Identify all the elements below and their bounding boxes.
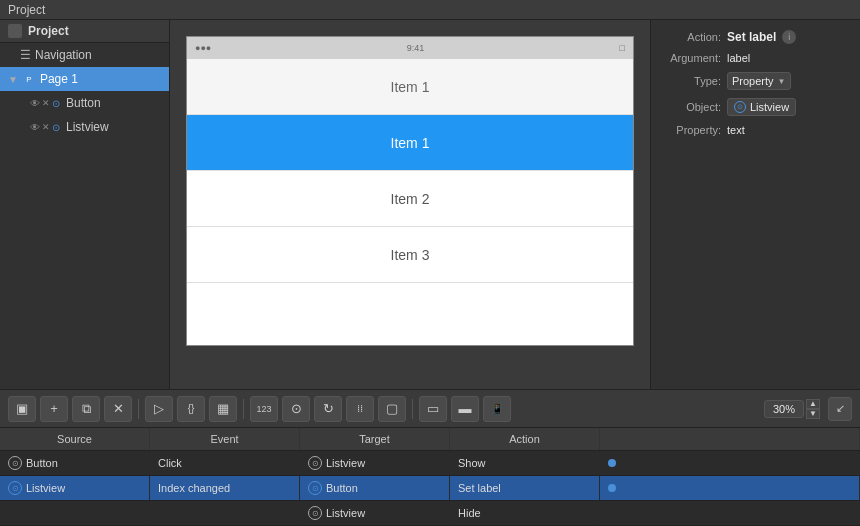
- button-vis-icons: 👁 ✕ ⊙: [30, 98, 60, 109]
- row1-extra: [600, 476, 860, 500]
- frame-tool-btn[interactable]: ▣: [8, 396, 36, 422]
- row2-action: Hide: [450, 501, 600, 525]
- col-source: Source: [0, 428, 150, 450]
- list-item-0[interactable]: Item 1: [187, 59, 633, 115]
- separator2: [243, 399, 244, 419]
- type-select-arrow-icon: ▼: [778, 77, 786, 86]
- timer-tool-btn[interactable]: ⊙: [282, 396, 310, 422]
- delete-tool-btn[interactable]: ✕: [104, 396, 132, 422]
- row0-extra: [600, 451, 860, 475]
- sidebar-item-listview[interactable]: 👁 ✕ ⊙ Listview: [0, 115, 169, 139]
- object-circle-icon: ⊙: [734, 101, 746, 113]
- x-icon[interactable]: ✕: [42, 98, 50, 109]
- code-tool-btn[interactable]: {}: [177, 396, 205, 422]
- action-label: Action:: [661, 31, 721, 43]
- table-row-2[interactable]: ⊙ Listview Hide: [0, 501, 860, 526]
- row0-source-icon: ⊙: [8, 456, 22, 470]
- project-header: Project: [0, 20, 169, 43]
- object-value: Listview: [750, 101, 789, 113]
- list-item-2[interactable]: Item 2: [187, 171, 633, 227]
- x2-icon[interactable]: ✕: [42, 122, 50, 133]
- list-item-1[interactable]: Item 1: [187, 115, 633, 171]
- zoom-arrows: ▲ ▼: [806, 399, 820, 419]
- copy-tool-btn[interactable]: ⧉: [72, 396, 100, 422]
- row2-event: [150, 501, 300, 525]
- properties-panel: Action: Set label i Argument: label Type…: [650, 20, 860, 389]
- row1-source: ⊙ Listview: [0, 476, 150, 500]
- row0-dot: [608, 459, 616, 467]
- page-icon: P: [22, 72, 36, 86]
- pattern-tool-btn[interactable]: ⁞⁞: [346, 396, 374, 422]
- device-time: 9:41: [407, 43, 425, 53]
- listview-label: Listview: [66, 120, 109, 134]
- collapse-btn[interactable]: ↙: [828, 397, 852, 421]
- action-value: Set label: [727, 30, 776, 44]
- button-label: Button: [66, 96, 101, 110]
- object-select[interactable]: ⊙ Listview: [727, 98, 796, 116]
- canvas-area: ●●● 9:41 □ Item 1 Item 1 Item 2 Item: [170, 20, 650, 389]
- row2-target: ⊙ Listview: [300, 501, 450, 525]
- property-label: Property:: [661, 124, 721, 136]
- zoom-down-btn[interactable]: ▼: [806, 409, 820, 419]
- table-row-0[interactable]: ⊙ Button Click ⊙ Listview Show: [0, 451, 860, 476]
- top-bar-title: Project: [8, 3, 45, 17]
- zoom-control: 30% ▲ ▼: [764, 399, 820, 419]
- number-tool-btn[interactable]: 123: [250, 396, 278, 422]
- device1-tool-btn[interactable]: ▭: [419, 396, 447, 422]
- device-content: Item 1 Item 1 Item 2 Item 3: [187, 59, 633, 345]
- table-row-1[interactable]: ⊙ Listview Index changed ⊙ Button Set la…: [0, 476, 860, 501]
- device-frame: ●●● 9:41 □ Item 1 Item 1 Item 2 Item: [186, 36, 634, 346]
- sidebar-item-page1[interactable]: ▼ P Page 1: [0, 67, 169, 91]
- list-item-3[interactable]: Item 3: [187, 227, 633, 283]
- row2-source: [0, 501, 150, 525]
- type-select[interactable]: Property ▼: [727, 72, 791, 90]
- object-row: Object: ⊙ Listview: [661, 98, 850, 116]
- table-header: Source Event Target Action: [0, 428, 860, 451]
- toolbar: ▣ + ⧉ ✕ ▷ {} ▦ 123 ⊙ ↻ ⁞⁞ ▢ ▭ ▬ 📱 30% ▲ …: [0, 390, 860, 428]
- device-status-right: □: [620, 43, 625, 53]
- device2-tool-btn[interactable]: ▬: [451, 396, 479, 422]
- sidebar-item-button[interactable]: 👁 ✕ ⊙ Button: [0, 91, 169, 115]
- navigation-label: Navigation: [35, 48, 92, 62]
- row0-source: ⊙ Button: [0, 451, 150, 475]
- sidebar-item-navigation[interactable]: ☰ Navigation: [0, 43, 169, 67]
- row1-source-icon: ⊙: [8, 481, 22, 495]
- bottom-section: ▣ + ⧉ ✕ ▷ {} ▦ 123 ⊙ ↻ ⁞⁞ ▢ ▭ ▬ 📱 30% ▲ …: [0, 389, 860, 526]
- argument-row: Argument: label: [661, 52, 850, 64]
- separator3: [412, 399, 413, 419]
- col-target: Target: [300, 428, 450, 450]
- row0-event: Click: [150, 451, 300, 475]
- row2-extra: [600, 501, 860, 525]
- refresh-tool-btn[interactable]: ↻: [314, 396, 342, 422]
- object-label: Object:: [661, 101, 721, 113]
- separator1: [138, 399, 139, 419]
- info-icon[interactable]: i: [782, 30, 796, 44]
- play-tool-btn[interactable]: ▷: [145, 396, 173, 422]
- type-select-value: Property: [732, 75, 774, 87]
- row1-target: ⊙ Button: [300, 476, 450, 500]
- row2-target-icon: ⊙: [308, 506, 322, 520]
- col-action: Action: [450, 428, 600, 450]
- argument-value: label: [727, 52, 750, 64]
- interactions-table: Source Event Target Action ⊙ Button Clic…: [0, 428, 860, 526]
- col-event: Event: [150, 428, 300, 450]
- select-tool-btn[interactable]: ▢: [378, 396, 406, 422]
- row0-target: ⊙ Listview: [300, 451, 450, 475]
- eye2-icon[interactable]: 👁: [30, 122, 40, 133]
- project-label: Project: [28, 24, 69, 38]
- device-top-bar: ●●● 9:41 □: [187, 37, 633, 59]
- zoom-display: 30%: [764, 400, 804, 418]
- page1-label: Page 1: [40, 72, 78, 86]
- device3-tool-btn[interactable]: 📱: [483, 396, 511, 422]
- zoom-up-btn[interactable]: ▲: [806, 399, 820, 409]
- list-container: Item 1 Item 1 Item 2 Item 3: [187, 59, 633, 283]
- add-tool-btn[interactable]: +: [40, 396, 68, 422]
- grid-tool-btn[interactable]: ▦: [209, 396, 237, 422]
- listview-vis-icons: 👁 ✕ ⊙: [30, 122, 60, 133]
- row1-event: Index changed: [150, 476, 300, 500]
- top-bar: Project: [0, 0, 860, 20]
- action-row: Action: Set label i: [661, 30, 850, 44]
- device-status-left: ●●●: [195, 43, 211, 53]
- eye-icon[interactable]: 👁: [30, 98, 40, 109]
- col-extra: [600, 428, 860, 450]
